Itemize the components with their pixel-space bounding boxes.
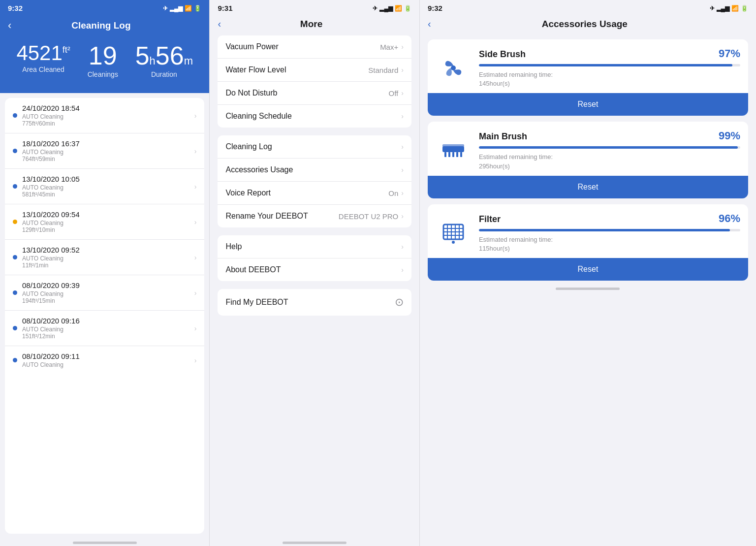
menu-item-label: Cleaning Log xyxy=(225,142,401,151)
log-date: 08/10/2020 09:16 xyxy=(22,317,194,325)
menu-item-label: Help xyxy=(225,242,401,251)
menu-item-label: Water Flow Level xyxy=(225,65,368,74)
chevron-icon: › xyxy=(194,289,197,297)
wifi-icon-2: 📶 xyxy=(395,5,402,12)
home-indicator-2 xyxy=(210,539,419,546)
status-icons-2: ✈ ▂▄▆ 📶 🔋 xyxy=(373,5,411,12)
log-sub: AUTO Cleaning11ft²/1min xyxy=(22,255,194,269)
chevron-icon: › xyxy=(401,143,404,151)
reset-button[interactable]: Reset xyxy=(428,93,748,116)
log-item[interactable]: 24/10/2020 18:54 AUTO Cleaning775ft²/60m… xyxy=(5,98,204,133)
signal-icon-3: ▂▄▆ xyxy=(717,5,730,12)
status-icons-3: ✈ ▂▄▆ 📶 🔋 xyxy=(710,5,749,12)
reset-button[interactable]: Reset xyxy=(428,176,748,198)
status-icons-1: ✈ ▂▄▆ 📶 🔋 xyxy=(163,5,202,12)
wifi-icon-1: 📶 xyxy=(185,5,192,12)
log-item[interactable]: 08/10/2020 09:16 AUTO Cleaning151ft²/12m… xyxy=(5,311,204,346)
menu-item[interactable]: Voice Report On› xyxy=(218,182,411,205)
menu-item[interactable]: About DEEBOT › xyxy=(218,258,411,281)
progress-bar-fill xyxy=(479,229,730,231)
menu-item-label: Do Not Disturb xyxy=(225,89,388,97)
menu-item-value: Standard xyxy=(368,66,398,74)
panel2-title: More xyxy=(225,19,398,30)
accessory-cards: Side Brush 97% Estimated remaining time:… xyxy=(420,35,756,285)
menu-section-2: Cleaning Log › Accessories Usage › Voice… xyxy=(218,135,411,227)
log-sub: AUTO Cleaning764ft²/59min xyxy=(22,149,194,162)
back-button-2[interactable]: ‹ xyxy=(218,18,221,30)
stat-cleanings-label: Cleanings xyxy=(88,70,118,78)
time-2: 9:31 xyxy=(218,4,232,12)
back-button-3[interactable]: ‹ xyxy=(428,18,431,30)
menu-item-label: Cleaning Schedule xyxy=(225,112,401,121)
menu-item[interactable]: Find My DEEBOT ⊙ xyxy=(218,289,411,316)
chevron-icon: › xyxy=(194,183,197,191)
stat-duration: 5h56m Duration xyxy=(135,43,193,78)
menu-section-1: Vacuum Power Max+› Water Flow Level Stan… xyxy=(218,35,411,128)
svg-rect-2 xyxy=(444,152,446,157)
stats-row: 4521ft² Area Cleaned 19 Cleanings 5h56m … xyxy=(8,38,201,83)
accessory-pct: 99% xyxy=(719,129,740,142)
chevron-icon: › xyxy=(194,254,197,261)
panel3-title: Accessories Usage xyxy=(435,19,734,30)
progress-bar-fill xyxy=(479,146,738,149)
menu-item-label: Find My DEEBOT xyxy=(225,298,394,307)
svg-rect-5 xyxy=(456,152,458,157)
svg-rect-7 xyxy=(442,144,464,147)
reset-button[interactable]: Reset xyxy=(428,258,748,281)
menu-item[interactable]: Cleaning Schedule › xyxy=(218,105,411,128)
menu-item[interactable]: Help › xyxy=(218,235,411,258)
chevron-icon: › xyxy=(401,89,404,97)
panel1-header: ‹ Cleaning Log 4521ft² Area Cleaned 19 C… xyxy=(0,14,209,93)
time-3: 9:32 xyxy=(428,4,442,12)
menu-item[interactable]: Vacuum Power Max+› xyxy=(218,35,411,59)
log-date: 13/10/2020 09:52 xyxy=(22,246,194,254)
menu-item[interactable]: Water Flow Level Standard› xyxy=(218,59,411,82)
menu-item[interactable]: Cleaning Log › xyxy=(218,135,411,159)
menu-item[interactable]: Do Not Disturb Off› xyxy=(218,82,411,105)
accessory-icon xyxy=(436,215,471,250)
location-icon-3: ✈ xyxy=(710,5,715,12)
log-date: 24/10/2020 18:54 xyxy=(22,104,194,112)
menu-item[interactable]: Accessories Usage › xyxy=(218,159,411,182)
log-item[interactable]: 13/10/2020 09:54 AUTO Cleaning129ft²/10m… xyxy=(5,204,204,240)
stat-area-label: Area Cleaned xyxy=(16,65,70,73)
chevron-icon: › xyxy=(401,43,404,51)
menu-item-label: Voice Report xyxy=(225,189,388,197)
menu-item-value: On xyxy=(388,189,398,197)
battery-icon-2: 🔋 xyxy=(404,5,411,12)
menu-item[interactable]: Rename Your DEEBOT DEEBOT U2 PRO› xyxy=(218,205,411,227)
panel1-title: Cleaning Log xyxy=(17,20,185,31)
accessory-card-filter: Filter 96% Estimated remaining time:115h… xyxy=(428,204,748,281)
accessory-estimate: Estimated remaining time:295hour(s) xyxy=(479,153,740,170)
log-sub: AUTO Cleaning151ft²/12min xyxy=(22,326,194,340)
back-button-1[interactable]: ‹ xyxy=(8,19,11,32)
svg-point-16 xyxy=(452,241,455,244)
accessory-name: Main Brush xyxy=(479,131,527,142)
accessory-estimate: Estimated remaining time:145hour(s) xyxy=(479,70,740,88)
accessory-name: Side Brush xyxy=(479,49,526,60)
stat-cleanings: 19 Cleanings xyxy=(88,43,118,78)
chevron-icon: › xyxy=(401,266,404,274)
menu-item-label: Rename Your DEEBOT xyxy=(225,212,338,221)
status-bar-2: 9:31 ✈ ▂▄▆ 📶 🔋 xyxy=(210,0,419,14)
accessory-icon xyxy=(436,132,471,168)
location-icon-1: ✈ xyxy=(163,5,168,12)
progress-bar-bg xyxy=(479,146,740,149)
menu-section-4: Find My DEEBOT ⊙ xyxy=(218,289,411,316)
svg-rect-3 xyxy=(448,152,450,157)
menu-item-value: Off xyxy=(389,89,399,97)
log-item[interactable]: 18/10/2020 16:37 AUTO Cleaning764ft²/59m… xyxy=(5,133,204,169)
chevron-icon: › xyxy=(401,66,404,74)
log-item[interactable]: 13/10/2020 10:05 AUTO Cleaning581ft²/45m… xyxy=(5,169,204,204)
log-item[interactable]: 08/10/2020 09:11 AUTO Cleaning › xyxy=(5,346,204,374)
log-item[interactable]: 13/10/2020 09:52 AUTO Cleaning11ft²/1min… xyxy=(5,240,204,275)
ring-icon: ⊙ xyxy=(395,296,404,309)
chevron-icon: › xyxy=(194,324,197,332)
home-indicator-3 xyxy=(420,285,756,292)
stat-duration-label: Duration xyxy=(135,70,193,78)
cleaning-log-panel: 9:32 ✈ ▂▄▆ 📶 🔋 ‹ Cleaning Log 4521ft² Ar… xyxy=(0,0,209,546)
status-bar-3: 9:32 ✈ ▂▄▆ 📶 🔋 xyxy=(420,0,756,14)
log-item[interactable]: 08/10/2020 09:39 AUTO Cleaning194ft²/15m… xyxy=(5,275,204,311)
log-sub: AUTO Cleaning581ft²/45min xyxy=(22,184,194,198)
status-bar-1: 9:32 ✈ ▂▄▆ 📶 🔋 xyxy=(0,0,209,14)
